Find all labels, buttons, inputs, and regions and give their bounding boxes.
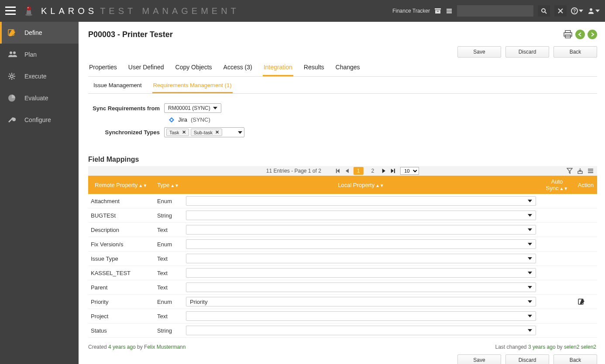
local-property-select[interactable]: Priority [186,297,536,306]
svg-line-24 [9,74,10,75]
chevron-down-icon [528,329,532,332]
help-icon[interactable]: ? [571,7,583,14]
page-size-select[interactable]: 10 [400,167,419,175]
save-button-bottom[interactable]: Save [457,354,501,364]
page-1-button[interactable]: 1 [354,167,364,175]
chip-remove-icon[interactable]: ✕ [182,129,186,135]
stack-icon[interactable] [446,8,453,14]
main-content: P00003 - Printer Tester Save Discard Bac… [79,22,605,364]
local-property-select[interactable] [186,196,536,206]
archive-icon[interactable] [434,8,441,14]
cell-action [574,266,597,280]
cell-remote: Project [88,309,154,323]
sidebar-item-plan[interactable]: Plan [0,44,79,65]
next-arrow-button[interactable] [588,30,597,39]
prev-arrow-button[interactable] [575,30,585,39]
local-property-select[interactable] [186,211,536,220]
local-property-select[interactable] [186,326,536,335]
cell-action [574,252,597,266]
first-page-icon[interactable] [335,168,340,173]
local-property-select[interactable] [186,225,536,235]
local-property-select[interactable] [186,282,536,292]
main-tabs: Properties User Defined Copy Objects Acc… [88,64,597,77]
menu-icon[interactable] [588,168,594,174]
cell-local: Priority [182,295,540,309]
chevron-down-icon [528,315,532,317]
cell-action [574,194,597,208]
local-property-select[interactable] [186,254,536,263]
discard-button-bottom[interactable]: Discard [505,354,549,364]
table-row: StatusString [88,323,597,338]
tab-properties[interactable]: Properties [88,64,118,76]
filter-icon[interactable] [567,168,573,174]
tab-changes[interactable]: Changes [335,64,361,76]
col-remote-property[interactable]: Remote Property▲▼ [88,176,154,194]
cell-autosync [540,295,574,309]
cell-local [182,323,540,338]
table-row: AttachmentEnum [88,194,597,208]
tab-copy-objects[interactable]: Copy Objects [175,64,213,76]
tab-user-defined[interactable]: User Defined [127,64,165,76]
chevron-down-icon [528,214,532,217]
changed-time-link[interactable]: 3 years ago [528,344,556,350]
user-menu-icon[interactable] [588,7,600,14]
created-user-link[interactable]: Felix Mustermann [144,344,186,350]
svg-rect-6 [447,9,452,10]
cell-autosync [540,280,574,295]
table-row: BUGTEStString [88,208,597,223]
local-property-select[interactable] [186,311,536,321]
prev-page-icon[interactable] [345,168,349,173]
search-input[interactable] [457,5,533,17]
save-button[interactable]: Save [457,46,501,58]
local-property-select[interactable] [186,268,536,278]
tab-results[interactable]: Results [303,64,325,76]
sidebar-item-define[interactable]: Define [0,22,79,44]
cell-remote: Attachment [88,194,154,208]
last-page-icon[interactable] [391,168,396,173]
cell-remote: Issue Type [88,252,154,266]
table-row: Fix Version/sEnum [88,237,597,252]
sync-types-select[interactable]: Task ✕ Sub-task ✕ [164,127,244,137]
col-local-property[interactable]: Local Property▲▼ [182,176,540,194]
search-button[interactable] [538,5,550,17]
col-auto-sync[interactable]: Auto Sync▲▼ [540,176,574,194]
back-button[interactable]: Back [553,46,597,58]
sync-from-select[interactable]: RM00001 (SYNC) [164,103,221,113]
menu-toggle-icon[interactable] [5,7,16,15]
cell-remote: Status [88,323,154,338]
cell-autosync [540,323,574,338]
discard-button[interactable]: Discard [505,46,549,58]
cell-remote: Priority [88,295,154,309]
changed-user-link[interactable]: selen2 selen2 [564,344,596,350]
tab-integration[interactable]: Integration [263,64,293,76]
svg-point-9 [542,9,545,12]
created-time-link[interactable]: 4 years ago [108,344,136,350]
svg-point-18 [13,51,16,54]
chip-remove-icon[interactable]: ✕ [215,129,219,135]
cell-type: Enum [154,295,182,309]
cell-type: Enum [154,194,182,208]
svg-rect-3 [435,8,441,10]
local-property-select[interactable] [186,239,536,249]
subtab-issue-management[interactable]: Issue Management [93,82,143,93]
next-page-icon[interactable] [382,168,386,173]
sidebar-item-evaluate[interactable]: Evaluate [0,87,79,109]
page-2-button[interactable]: 2 [368,167,378,175]
sidebar-item-configure[interactable]: Configure [0,109,79,131]
cell-autosync [540,252,574,266]
col-type[interactable]: Type▲▼ [154,176,182,194]
tab-access[interactable]: Access (3) [223,64,253,76]
svg-point-1 [27,6,31,10]
cell-autosync [540,194,574,208]
subtab-requirements-management[interactable]: Requirements Management (1) [152,82,233,93]
svg-point-19 [10,75,13,78]
sidebar-item-execute[interactable]: Execute [0,65,79,87]
cell-action [574,280,597,295]
back-button-bottom[interactable]: Back [553,354,597,364]
cell-autosync [540,266,574,280]
edit-action-icon[interactable] [578,298,594,305]
print-icon[interactable] [563,30,573,39]
clear-search-button[interactable] [554,5,567,17]
table-row: ProjectText [88,309,597,323]
export-icon[interactable] [577,168,583,174]
